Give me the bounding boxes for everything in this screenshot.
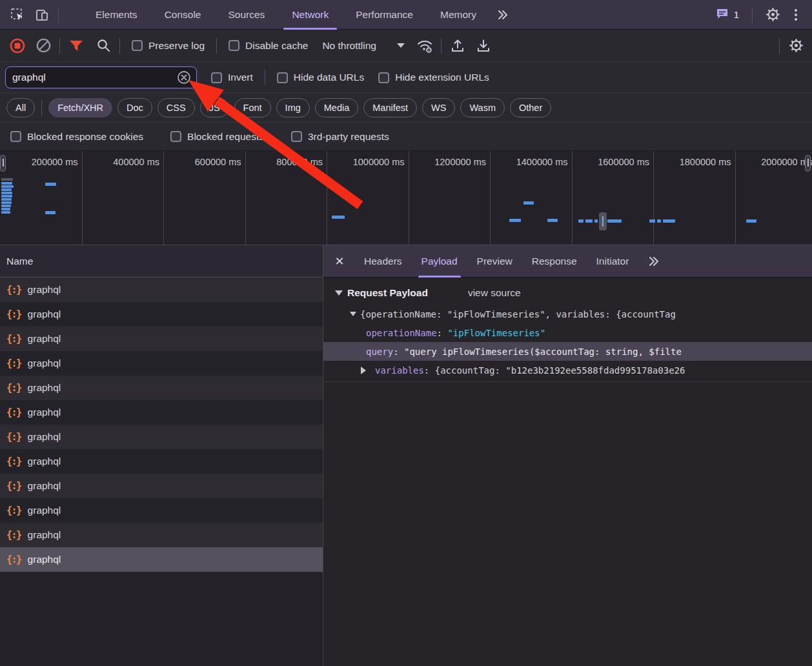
expand-triangle-icon[interactable] <box>350 312 356 316</box>
disable-cache-checkbox[interactable]: Disable cache <box>228 40 308 52</box>
network-filter-row: Invert Hide data URLs Hide extension URL… <box>0 62 812 94</box>
json-braces-icon: {:} <box>6 456 21 467</box>
json-braces-icon: {:} <box>6 431 21 443</box>
network-settings-gear-icon[interactable] <box>786 36 806 56</box>
timeline-tick-label: 1200000 ms <box>419 157 486 167</box>
timeline-gridline <box>490 151 491 245</box>
more-filters-row: Blocked response cookiesBlocked requests… <box>0 123 812 151</box>
detail-tab-response[interactable]: Response <box>522 245 587 278</box>
name-column-header[interactable]: Name <box>0 245 323 278</box>
3rd-party-requests-checkbox[interactable]: 3rd-party requests <box>291 131 389 143</box>
expand-triangle-icon[interactable] <box>361 367 366 374</box>
divider <box>779 38 780 54</box>
chip-media[interactable]: Media <box>315 98 359 117</box>
checkbox-box <box>211 72 222 83</box>
detail-tab-preview[interactable]: Preview <box>467 245 522 278</box>
search-icon[interactable] <box>94 36 113 56</box>
payload-operation-name-line[interactable]: operationName: "ipFlowTimeseries" <box>323 323 812 342</box>
request-payload-section[interactable]: Request Payload view source <box>323 278 812 305</box>
console-messages-badge[interactable]: 1 <box>713 6 742 23</box>
detail-tab-headers[interactable]: Headers <box>354 245 412 278</box>
chip-font[interactable]: Font <box>234 98 271 117</box>
clear-network-log-icon[interactable] <box>34 36 53 56</box>
timeline-gridline <box>245 151 246 245</box>
timeline-right-handle[interactable] <box>805 155 811 172</box>
record-network-log-icon[interactable] <box>8 36 27 56</box>
payload-root-line[interactable]: {operationName: "ipFlowTimeseries", vari… <box>323 305 812 323</box>
chip-wasm[interactable]: Wasm <box>460 98 505 117</box>
view-source-link[interactable]: view source <box>468 287 521 299</box>
blocked-response-cookies-checkbox[interactable]: Blocked response cookies <box>10 131 143 143</box>
request-row[interactable]: {:}graphql <box>0 474 323 498</box>
clear-filter-icon[interactable] <box>177 70 191 85</box>
request-row[interactable]: {:}graphql <box>0 425 323 449</box>
timeline-request-bar <box>1 211 10 214</box>
request-row[interactable]: {:}graphql <box>0 327 323 351</box>
payload-query-line[interactable]: query: "query ipFlowTimeseries($accountT… <box>323 342 812 361</box>
json-braces-icon: {:} <box>6 505 21 516</box>
timeline-tick-label: 1000000 ms <box>338 157 405 167</box>
more-detail-tabs-icon[interactable] <box>644 252 663 271</box>
chip-all[interactable]: All <box>6 98 35 117</box>
filter-funnel-icon[interactable] <box>66 36 86 56</box>
request-row[interactable]: {:}graphql <box>0 302 323 327</box>
timeline-left-handle[interactable] <box>0 155 6 172</box>
import-har-icon[interactable] <box>448 36 467 56</box>
request-row[interactable]: {:}graphql <box>0 400 323 425</box>
export-har-icon[interactable] <box>474 36 493 56</box>
tab-performance[interactable]: Performance <box>342 0 427 30</box>
blocked-requests-checkbox[interactable]: Blocked requests <box>170 131 264 143</box>
hide-extension-urls-checkbox[interactable]: Hide extension URLs <box>378 72 489 83</box>
device-toolbar-icon[interactable] <box>32 5 52 25</box>
timeline-gridline <box>735 151 736 245</box>
payload-variables-line[interactable]: variables: {accountTag: "b12e3b2192ee558… <box>323 361 812 379</box>
inspect-element-icon[interactable] <box>8 5 27 25</box>
divider <box>59 38 60 54</box>
chip-ws[interactable]: WS <box>422 98 455 117</box>
request-row[interactable]: {:}graphql <box>0 449 323 474</box>
tab-sources[interactable]: Sources <box>215 0 279 30</box>
hide-data-urls-checkbox[interactable]: Hide data URLs <box>277 72 364 83</box>
request-row[interactable]: {:}graphql <box>0 376 323 400</box>
chip-other[interactable]: Other <box>510 98 551 117</box>
chip-manifest[interactable]: Manifest <box>363 98 417 117</box>
request-name: graphql <box>28 480 61 492</box>
json-braces-icon: {:} <box>6 554 21 565</box>
payload-panel: Request Payload view source {operationNa… <box>323 278 812 666</box>
chip-img[interactable]: Img <box>276 98 310 117</box>
devtools-window: ElementsConsoleSourcesNetworkPerformance… <box>0 0 812 666</box>
close-detail-icon[interactable]: ✕ <box>329 250 350 272</box>
settings-gear-icon[interactable] <box>763 5 782 25</box>
invert-checkbox[interactable]: Invert <box>211 72 253 83</box>
chip-doc[interactable]: Doc <box>117 98 152 117</box>
tab-memory[interactable]: Memory <box>427 0 490 30</box>
network-overview-timeline[interactable]: 200000 ms400000 ms600000 ms800000 ms1000… <box>0 151 812 245</box>
preserve-log-checkbox[interactable]: Preserve log <box>132 40 205 52</box>
tab-network[interactable]: Network <box>278 0 342 30</box>
chip-js[interactable]: JS <box>200 98 229 117</box>
detail-tab-initiator[interactable]: Initiator <box>587 245 639 278</box>
tab-elements[interactable]: Elements <box>82 0 151 30</box>
request-row[interactable]: {:}graphql <box>0 351 323 376</box>
throttling-select[interactable]: No throttling <box>322 40 405 52</box>
request-name: graphql <box>28 284 61 296</box>
timeline-tick-label: 2000000 ms <box>746 157 812 167</box>
chip-fetch-xhr[interactable]: Fetch/XHR <box>48 98 112 117</box>
request-name: graphql <box>28 407 61 418</box>
tab-console[interactable]: Console <box>151 0 215 30</box>
json-braces-icon: {:} <box>6 382 21 394</box>
request-row[interactable]: {:}graphql <box>0 498 323 523</box>
network-conditions-icon[interactable] <box>415 36 434 56</box>
request-name: graphql <box>28 358 61 369</box>
kebab-menu-icon[interactable] <box>786 5 806 25</box>
chip-css[interactable]: CSS <box>157 98 195 117</box>
timeline-tick-label: 1800000 ms <box>664 157 731 167</box>
network-filter-input[interactable] <box>12 72 177 83</box>
more-tabs-icon[interactable] <box>492 5 512 25</box>
detail-tab-payload[interactable]: Payload <box>412 245 467 278</box>
request-row[interactable]: {:}graphql <box>0 523 323 547</box>
request-row[interactable]: {:}graphql <box>0 278 323 302</box>
request-name: graphql <box>28 529 61 541</box>
timeline-request-bar <box>1 205 11 207</box>
request-row[interactable]: {:}graphql <box>0 547 323 572</box>
